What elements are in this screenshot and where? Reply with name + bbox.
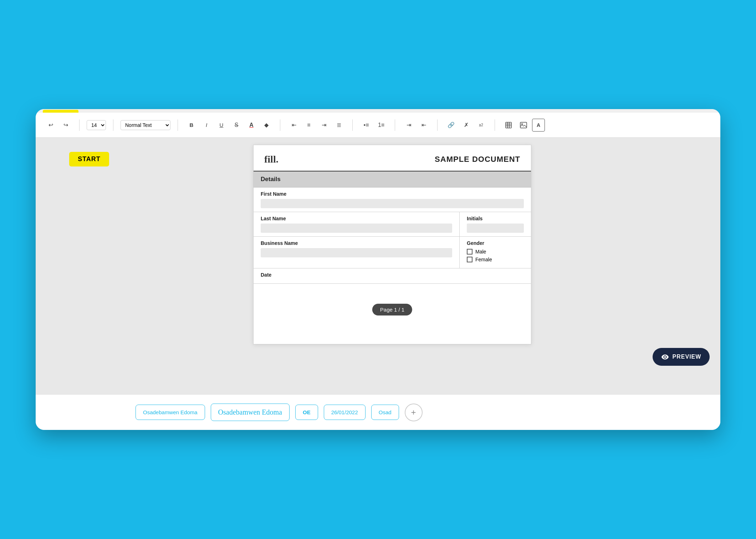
- last-name-col: Last Name: [254, 212, 460, 236]
- doc-body: Details First Name Last Name Initial: [254, 171, 531, 284]
- image-button[interactable]: [517, 119, 530, 132]
- indent-group: ⇥ ⇤: [402, 119, 430, 132]
- svg-rect-5: [520, 122, 527, 128]
- bold-button[interactable]: B: [185, 119, 198, 132]
- divider-4: [280, 119, 280, 131]
- font-color-button[interactable]: A: [245, 119, 258, 132]
- preview-button[interactable]: PREVIEW: [653, 348, 710, 366]
- align-left-button[interactable]: ⇤: [287, 119, 300, 132]
- undo-redo-group: ↩ ↪: [44, 119, 72, 132]
- bottom-bar: Osadebamwen Edoma Osadebamwen Edoma OE 2…: [36, 394, 720, 430]
- textbox-button[interactable]: A: [532, 119, 545, 132]
- last-name-label: Last Name: [261, 216, 452, 221]
- main-area: START fill. SAMPLE DOCUMENT Details Firs…: [36, 138, 720, 394]
- formatting-group: B I U S A ◆: [185, 119, 273, 132]
- doc-title: SAMPLE DOCUMENT: [435, 155, 520, 164]
- divider-3: [178, 119, 178, 131]
- highlight-button[interactable]: ◆: [260, 119, 273, 132]
- divider-8: [495, 119, 495, 131]
- align-right-button[interactable]: ⇥: [317, 119, 330, 132]
- first-name-input[interactable]: [261, 199, 524, 208]
- document-area: fill. SAMPLE DOCUMENT Details First Name: [143, 138, 642, 394]
- insert-group: A: [502, 119, 545, 132]
- add-chip[interactable]: +: [405, 404, 423, 421]
- divider-1: [79, 119, 80, 131]
- numbered-list-button[interactable]: 1≡: [375, 119, 388, 132]
- male-label: Male: [475, 249, 486, 255]
- table-button[interactable]: [502, 119, 515, 132]
- divider-7: [437, 119, 438, 131]
- initials-input[interactable]: [467, 224, 524, 233]
- italic-button[interactable]: I: [200, 119, 213, 132]
- left-panel: START: [36, 138, 143, 394]
- signature-chip-cursive[interactable]: Osadebamwen Edoma: [211, 404, 290, 421]
- list-group: •≡ 1≡: [360, 119, 388, 132]
- redo-button[interactable]: ↪: [59, 119, 72, 132]
- date-label: Date: [261, 272, 524, 278]
- male-row: Male: [467, 249, 524, 255]
- toolbar: ↩ ↪ 14 12 16 18 Normal Text Heading 1 He…: [36, 113, 720, 138]
- font-size-select[interactable]: 14 12 16 18: [87, 120, 106, 130]
- preview-label: PREVIEW: [673, 354, 701, 360]
- strikethrough-button[interactable]: S: [230, 119, 243, 132]
- signature-chip-name[interactable]: Osadebamwen Edoma: [136, 405, 205, 420]
- bullet-list-button[interactable]: •≡: [360, 119, 373, 132]
- female-row: Female: [467, 257, 524, 262]
- link-group: 🔗 ✗ x2: [445, 119, 487, 132]
- divider-5: [352, 119, 353, 131]
- initials-col: Initials: [460, 212, 531, 236]
- page-indicator: Page 1 / 1: [372, 304, 412, 315]
- male-checkbox[interactable]: [467, 249, 472, 255]
- business-name-col: Business Name: [254, 237, 460, 268]
- align-group: ⇤ ≡ ⇥ ≣: [287, 119, 345, 132]
- signature-chip-partial[interactable]: Osad: [371, 405, 399, 420]
- start-badge[interactable]: START: [69, 152, 109, 166]
- outdent-button[interactable]: ⇤: [417, 119, 430, 132]
- link-button[interactable]: 🔗: [445, 119, 458, 132]
- underline-button[interactable]: U: [215, 119, 228, 132]
- superscript-button[interactable]: x2: [475, 119, 487, 132]
- first-name-label: First Name: [261, 191, 524, 197]
- align-center-button[interactable]: ≡: [302, 119, 315, 132]
- gender-col: Gender Male Female: [460, 237, 531, 268]
- female-label: Female: [475, 257, 492, 262]
- undo-button[interactable]: ↩: [44, 119, 57, 132]
- last-name-row: Last Name Initials: [254, 212, 531, 237]
- section-header-details: Details: [254, 171, 531, 188]
- align-justify-button[interactable]: ≣: [332, 119, 345, 132]
- divider-6: [395, 119, 395, 131]
- divider-2: [113, 119, 113, 131]
- date-row: Date: [254, 268, 531, 284]
- eye-icon: [661, 353, 669, 361]
- signature-chip-initials[interactable]: OE: [295, 405, 318, 420]
- initials-label: Initials: [467, 216, 524, 221]
- business-name-label: Business Name: [261, 240, 452, 246]
- unlink-button[interactable]: ✗: [460, 119, 472, 132]
- doc-logo: fill.: [264, 154, 279, 165]
- female-checkbox[interactable]: [467, 257, 472, 262]
- text-style-select[interactable]: Normal Text Heading 1 Heading 2: [121, 120, 170, 130]
- first-name-row: First Name: [254, 188, 531, 212]
- signature-chip-date[interactable]: 26/01/2022: [324, 405, 366, 420]
- business-name-row: Business Name Gender Male Female: [254, 237, 531, 268]
- doc-header: fill. SAMPLE DOCUMENT: [254, 145, 531, 171]
- business-name-input[interactable]: [261, 248, 452, 257]
- last-name-input[interactable]: [261, 224, 452, 233]
- svg-rect-0: [506, 122, 511, 128]
- right-panel: PREVIEW: [642, 138, 720, 394]
- indent-button[interactable]: ⇥: [402, 119, 415, 132]
- active-tab[interactable]: [43, 110, 78, 113]
- gender-label: Gender: [467, 240, 524, 246]
- document: fill. SAMPLE DOCUMENT Details First Name: [253, 145, 531, 344]
